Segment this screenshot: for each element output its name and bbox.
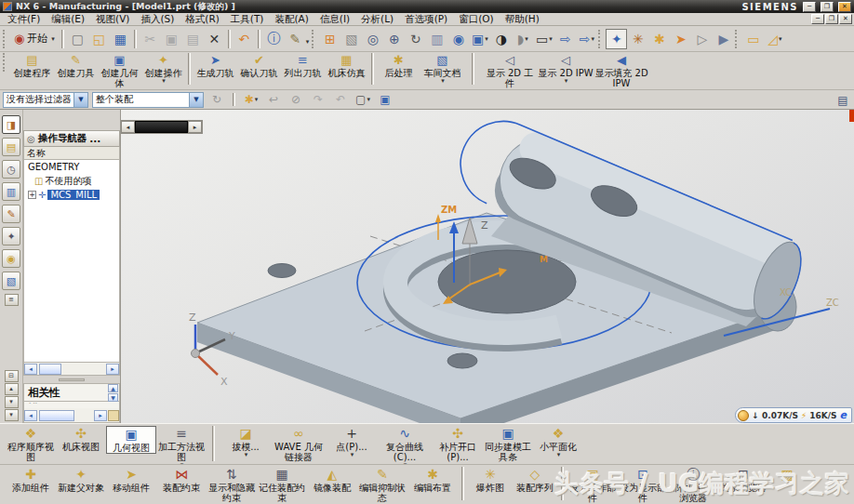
shop-docs-button[interactable]: ▧ 车间文档 bbox=[420, 53, 464, 87]
hook-arrow-button[interactable]: ↩ bbox=[264, 91, 283, 108]
tree-row-geometry[interactable]: GEOMETRY bbox=[24, 160, 119, 174]
shaded-display-button[interactable]: ▣ bbox=[469, 29, 490, 49]
create-program-button[interactable]: ▤ 创建程序 bbox=[10, 53, 54, 87]
plate-hole[interactable] bbox=[447, 353, 477, 368]
relations-browser-button[interactable]: ⊞ 关系浏览器 bbox=[718, 467, 768, 493]
menu-insert[interactable]: 插入(S) bbox=[135, 13, 180, 26]
create-tool-button[interactable]: ✎ 创建刀具 bbox=[54, 53, 98, 87]
show-filled-2d-ipw-button[interactable]: ◀ 显示填充 2D IPW bbox=[594, 53, 649, 90]
set-work-part-button[interactable]: ▣ 设为工作部件 bbox=[567, 467, 618, 503]
part-navigator-tab[interactable]: ▥ bbox=[2, 182, 20, 201]
undo-curve-button[interactable]: ↶ bbox=[331, 91, 350, 108]
tools-palette-tab[interactable]: ✦ bbox=[2, 227, 20, 245]
network-monitor[interactable]: ● ↓ 0.07K/S ⚡ 16K/S e bbox=[735, 407, 852, 423]
move-component-button[interactable]: ➤ bbox=[670, 29, 691, 49]
toolbar-grip[interactable] bbox=[3, 30, 7, 48]
show-2d-workpiece-button[interactable]: ◁ 显示 2D 工件 bbox=[482, 53, 538, 90]
machine-simulation-button[interactable]: ▦ 机床仿真 bbox=[325, 53, 368, 87]
scroll-down-icon[interactable]: ▼ bbox=[108, 393, 118, 402]
doc-close-button[interactable]: ✕ bbox=[839, 14, 852, 24]
assembly-constraints-button[interactable]: ⋈ 装配约束 bbox=[156, 467, 207, 493]
zoom-box-button[interactable]: ▧ bbox=[340, 29, 362, 49]
menu-tools[interactable]: 工具(T) bbox=[225, 13, 270, 26]
scrollbar-thumb[interactable] bbox=[39, 410, 74, 421]
interpart-link-browser-button[interactable]: ⓘ 部件间链接浏览器 bbox=[668, 467, 718, 503]
toolbar-grip[interactable] bbox=[312, 30, 316, 48]
rotate-view-button[interactable]: ↻ bbox=[405, 29, 426, 49]
chevron-down-icon[interactable]: ▼ bbox=[73, 93, 87, 107]
refresh-button[interactable]: ↻ bbox=[207, 91, 226, 108]
list-toolpath-button[interactable]: ≡ 列出刀轨 bbox=[281, 53, 325, 87]
navigator-tree[interactable]: GEOMETRY ◫ 不使用的项 + ✛ MCS_MILL bbox=[23, 160, 120, 363]
navigator-hscrollbar[interactable]: ◂ ▸ bbox=[23, 363, 120, 376]
toolbar-grip[interactable] bbox=[735, 30, 740, 48]
create-geometry-button[interactable]: ▣ 创建几何体 bbox=[98, 53, 141, 88]
measure-distance-button[interactable]: ▭ bbox=[742, 29, 764, 49]
magnifier-button[interactable]: ◎ bbox=[362, 29, 383, 49]
contrast-button[interactable]: ◑ bbox=[490, 29, 512, 49]
menu-view[interactable]: 视图(V) bbox=[90, 13, 135, 26]
menu-preferences[interactable]: 首选项(P) bbox=[399, 13, 453, 26]
3d-model-view[interactable]: Z ZM M XC ZC Z Y X bbox=[121, 110, 854, 423]
wave-geometry-linker-button[interactable]: ∞ WAVE 几何链接器 bbox=[271, 426, 327, 462]
patch-opening-button[interactable]: ✣ 补片开口(P)... bbox=[433, 426, 483, 462]
gallery-tab[interactable]: ▧ bbox=[2, 272, 20, 290]
dependencies-hscrollbar[interactable]: ◂ ▸ bbox=[23, 408, 120, 423]
panel-splitter-handle[interactable]: ≡ bbox=[5, 294, 19, 306]
info-button[interactable]: ⓘ bbox=[263, 29, 285, 49]
postprocess-button[interactable]: ✱ 后处理 bbox=[377, 53, 420, 87]
scroll-down-button-alt[interactable]: ▾ bbox=[5, 409, 19, 421]
constraint-network-button[interactable]: ✳ bbox=[627, 29, 648, 49]
menu-help[interactable]: 帮助(H) bbox=[500, 13, 545, 26]
blank-style-button[interactable]: ▭ bbox=[533, 29, 554, 49]
cut-button[interactable]: ✂ bbox=[140, 29, 161, 49]
edit-suppression-button[interactable]: ✎ 编辑抑制状态 bbox=[357, 467, 407, 503]
face-analysis-button[interactable]: ◗ bbox=[512, 29, 533, 49]
selection-scope-select[interactable]: 整个装配 ▼ bbox=[92, 92, 204, 108]
obscured-button[interactable]: ▨ bbox=[768, 467, 806, 490]
scroll-right-icon[interactable]: ▸ bbox=[188, 121, 202, 133]
move-component-button[interactable]: ➤ 移动组件 bbox=[106, 467, 156, 493]
create-operation-button[interactable]: ✦ 创建操作 bbox=[141, 53, 185, 87]
fit-view-button[interactable]: ⊞ bbox=[319, 29, 340, 49]
menu-information[interactable]: 信息(I) bbox=[314, 13, 355, 26]
undo-button[interactable]: ↶ bbox=[234, 29, 255, 49]
toolbar-grip[interactable] bbox=[598, 30, 603, 48]
measure-angle-button[interactable]: ◿ bbox=[764, 29, 785, 49]
menu-analysis[interactable]: 分析(L) bbox=[355, 13, 399, 26]
program-order-view-button[interactable]: ❖ 程序顺序视图 bbox=[6, 426, 56, 462]
snapshot-button[interactable]: ✎ bbox=[285, 29, 306, 49]
scroll-up-button[interactable]: ▴ bbox=[5, 383, 19, 395]
menu-format[interactable]: 格式(R) bbox=[180, 13, 225, 26]
toolbar-grip[interactable] bbox=[3, 53, 7, 72]
clip-section-button[interactable]: ⇨ bbox=[554, 29, 576, 49]
perspective-button[interactable]: ◉ bbox=[447, 29, 469, 49]
marquee-select-button[interactable]: ▢ bbox=[354, 91, 372, 108]
pan-view-button[interactable]: ▥ bbox=[426, 29, 447, 49]
generate-toolpath-button[interactable]: ➤ 生成刀轨 bbox=[193, 53, 237, 87]
tree-row-unused-items[interactable]: ◫ 不使用的项 bbox=[24, 174, 119, 188]
point-button[interactable]: + 点(P)... bbox=[327, 426, 377, 459]
dock-toggle-button[interactable]: ⊟ bbox=[5, 370, 19, 382]
geometry-view-button[interactable]: ▣ 几何视图 bbox=[106, 426, 156, 454]
panel-drag-handle[interactable] bbox=[23, 376, 120, 383]
select-pointer-button[interactable]: ▷ bbox=[691, 29, 713, 49]
assembly-navigator-tab[interactable]: ▤ bbox=[2, 138, 20, 156]
start-button[interactable]: ◉ 开始 bbox=[10, 31, 59, 46]
scrollbar-thumb[interactable] bbox=[135, 121, 188, 133]
dependencies-section[interactable]: 相关性 ▲ ▼ bbox=[23, 383, 120, 402]
scrollbar-thumb[interactable] bbox=[39, 364, 61, 375]
center-pocket[interactable] bbox=[438, 250, 576, 313]
doc-minimize-button[interactable]: ─ bbox=[811, 14, 824, 24]
orient-csys-button[interactable]: ✦ bbox=[606, 29, 627, 49]
name-column-header[interactable]: 名称 bbox=[23, 147, 120, 160]
minimize-button[interactable]: ─ bbox=[803, 2, 816, 12]
tree-row-mcs-mill[interactable]: + ✛ MCS_MILL bbox=[24, 188, 119, 202]
solid-body-filter-button[interactable]: ▣ bbox=[376, 91, 394, 108]
clip-section-alt-button[interactable]: ⇨ bbox=[576, 29, 597, 49]
plate-hole[interactable] bbox=[268, 264, 296, 278]
expand-icon[interactable]: + bbox=[28, 191, 36, 199]
interpart-link-button[interactable]: ✱ bbox=[648, 29, 670, 49]
menu-edit[interactable]: 编辑(E) bbox=[46, 13, 90, 26]
viewport-hscrollbar[interactable]: ◂ ▸ bbox=[121, 120, 203, 134]
